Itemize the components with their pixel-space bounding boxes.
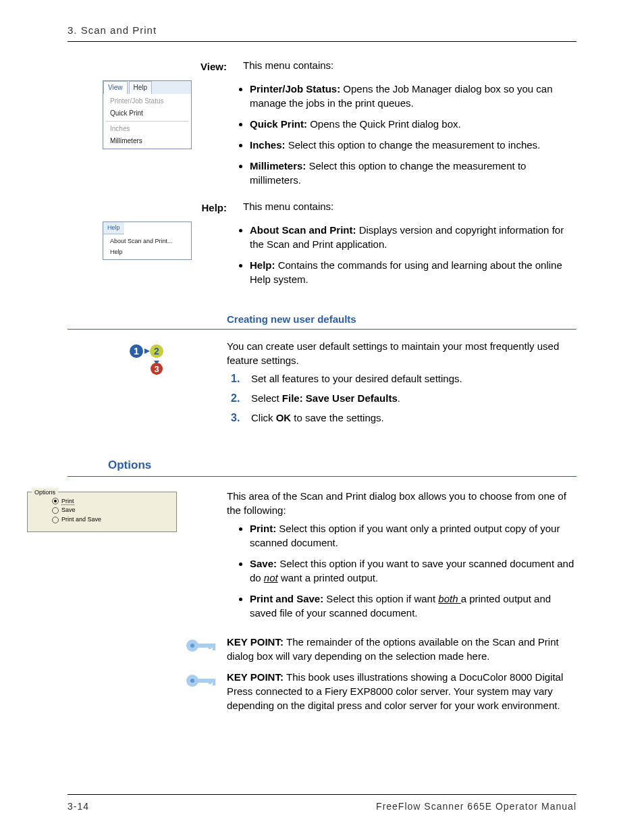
options-rule (68, 476, 576, 477)
list-item: Print: Select this option if you want on… (250, 521, 576, 550)
list-item: Millimeters: Select this option to chang… (250, 159, 576, 187)
svg-marker-2 (144, 348, 150, 354)
list-item: Save: Select this option if you want to … (250, 556, 576, 585)
svg-point-9 (190, 644, 194, 648)
list-item: Click OK to save the settings. (251, 411, 576, 425)
options-heading: Options (108, 457, 576, 473)
svg-rect-12 (209, 644, 211, 649)
steps-123-icon: 1 2 3 (127, 342, 167, 375)
key-point-icon (182, 670, 223, 712)
svg-rect-11 (213, 644, 215, 650)
svg-point-14 (190, 679, 194, 683)
options-figure-radio-print: Print (52, 497, 169, 506)
view-label: View: (68, 58, 243, 74)
defaults-steps: Set all features to your desired default… (227, 371, 576, 425)
view-menu-item-printerjob: Printer/Job Status (103, 95, 191, 107)
help-menu-item-help: Help (103, 246, 191, 258)
list-item: Print and Save: Select this option if wa… (250, 592, 576, 620)
list-item: Quick Print: Opens the Quick Print dialo… (250, 117, 576, 131)
key-point-icon (182, 635, 223, 663)
view-menu-figure: View Help Printer/Job Status Quick Print… (103, 80, 192, 149)
chapter-header: 3. Scan and Print (68, 23, 576, 37)
defaults-intro: You can create user default settings to … (227, 339, 576, 367)
options-figure-legend: Options (32, 488, 58, 497)
svg-rect-17 (209, 679, 211, 684)
view-menu-tab-help: Help (129, 81, 153, 94)
footer-page-number: 3-14 (68, 800, 89, 814)
list-item: Help: Contains the commands for using an… (250, 258, 576, 286)
help-items-list: About Scan and Print: Displays version a… (227, 223, 576, 286)
key-point-1: KEY POINT: The remainder of the options … (227, 635, 576, 663)
view-menu-item-quickprint: Quick Print (103, 107, 191, 120)
view-menu-item-inches: Inches (103, 123, 191, 135)
footer-manual-title: FreeFlow Scanner 665E Operator Manual (376, 800, 576, 814)
list-item: Inches: Select this option to change the… (250, 138, 576, 152)
defaults-heading: Creating new user defaults (227, 312, 576, 326)
list-item: Set all features to your desired default… (251, 371, 576, 386)
list-item: About Scan and Print: Displays version a… (250, 223, 576, 251)
header-rule (68, 41, 576, 42)
help-intro: This menu contains: (243, 199, 576, 215)
defaults-rule (68, 329, 576, 330)
view-intro: This menu contains: (243, 58, 576, 74)
options-figure-radio-save: Save (52, 506, 169, 515)
options-intro: This area of the Scan and Print dialog b… (227, 489, 576, 517)
help-menu-tab: Help (103, 222, 124, 234)
list-item: Select File: Save User Defaults. (251, 391, 576, 405)
view-items-list: Printer/Job Status: Opens the Job Manage… (227, 82, 576, 187)
view-menu-tab-view: View (103, 81, 128, 94)
options-fieldset-figure: Options Print Save Print and Save (27, 492, 177, 532)
options-items-list: Print: Select this option if you want on… (227, 521, 576, 620)
svg-rect-16 (213, 679, 215, 685)
help-label: Help: (68, 199, 243, 215)
help-menu-figure: Help About Scan and Print... Help (103, 221, 192, 260)
options-figure-radio-printsave: Print and Save (52, 515, 169, 524)
help-menu-item-about: About Scan and Print... (103, 236, 191, 247)
view-menu-item-mm: Millimeters (103, 135, 191, 147)
svg-text:1: 1 (134, 346, 139, 357)
svg-text:3: 3 (154, 364, 159, 374)
list-item: Printer/Job Status: Opens the Job Manage… (250, 82, 576, 110)
svg-text:2: 2 (154, 346, 159, 357)
key-point-2: KEY POINT: This book uses illustrations … (227, 670, 576, 712)
